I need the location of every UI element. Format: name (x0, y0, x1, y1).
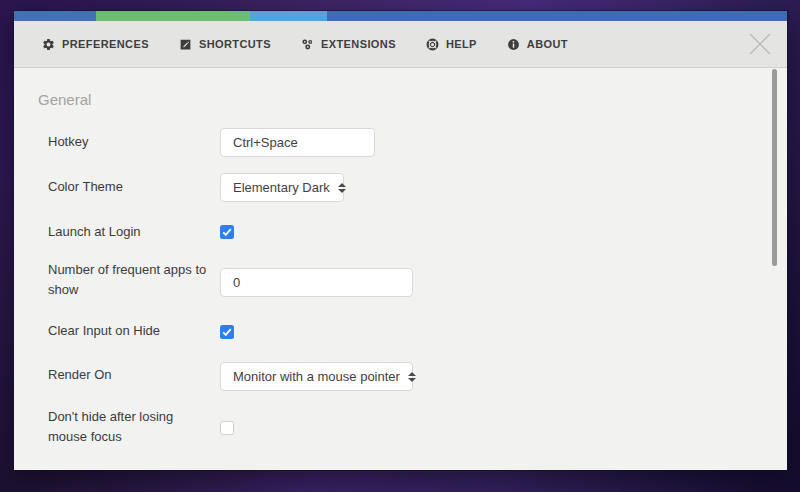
tab-extensions-label: EXTENSIONS (321, 38, 396, 50)
scrollbar-thumb[interactable] (772, 69, 777, 266)
frequent-apps-input[interactable] (220, 268, 413, 297)
stripe-segment-blue (14, 11, 96, 21)
color-theme-value: Elementary Dark (233, 180, 330, 195)
preferences-window: PREFERENCES SHORTCUTS EXTENSIONS HELP AB (14, 11, 787, 470)
stripe-segment-lightblue (250, 11, 327, 21)
tab-about-label: ABOUT (527, 38, 568, 50)
tab-preferences[interactable]: PREFERENCES (42, 38, 149, 51)
section-title-general: General (38, 91, 91, 108)
clear-input-on-hide-checkbox[interactable] (220, 325, 234, 339)
window-top-stripe (14, 11, 787, 21)
close-button[interactable] (745, 29, 775, 59)
close-icon (747, 31, 773, 57)
select-arrows-icon (338, 183, 346, 193)
hotkey-input[interactable] (220, 128, 375, 157)
color-theme-select[interactable]: Elementary Dark (220, 173, 344, 202)
stripe-segment-steelblue (327, 11, 787, 21)
render-on-select[interactable]: Monitor with a mouse pointer (220, 362, 413, 391)
color-theme-label: Color Theme (48, 177, 212, 197)
tab-help-label: HELP (446, 38, 477, 50)
extensions-icon (301, 38, 314, 51)
checkmark-icon (222, 327, 232, 337)
tab-shortcuts-label: SHORTCUTS (199, 38, 271, 50)
dont-hide-label: Don't hide after losing mouse focus (48, 407, 212, 447)
gear-icon (42, 38, 55, 51)
render-on-label: Render On (48, 365, 212, 385)
dont-hide-checkbox[interactable] (220, 421, 234, 435)
checkmark-icon (222, 227, 232, 237)
tab-bar: PREFERENCES SHORTCUTS EXTENSIONS HELP AB (14, 21, 787, 68)
tab-preferences-label: PREFERENCES (62, 38, 149, 50)
stripe-segment-green (96, 11, 250, 21)
tab-about[interactable]: ABOUT (507, 38, 568, 51)
render-on-value: Monitor with a mouse pointer (233, 369, 400, 384)
clear-input-on-hide-label: Clear Input on Hide (48, 321, 212, 341)
launch-at-login-checkbox[interactable] (220, 225, 234, 239)
hotkey-label: Hotkey (48, 132, 212, 152)
edit-icon (179, 38, 192, 51)
frequent-apps-label: Number of frequent apps to show (48, 260, 212, 300)
lifebuoy-icon (426, 38, 439, 51)
preferences-content: General Hotkey Color Theme Elementary Da… (14, 69, 787, 470)
tab-extensions[interactable]: EXTENSIONS (301, 38, 396, 51)
info-icon (507, 38, 520, 51)
launch-at-login-label: Launch at Login (48, 222, 212, 242)
tab-shortcuts[interactable]: SHORTCUTS (179, 38, 271, 51)
scrollbar-track[interactable] (772, 69, 777, 470)
select-arrows-icon (408, 372, 416, 382)
tab-help[interactable]: HELP (426, 38, 477, 51)
